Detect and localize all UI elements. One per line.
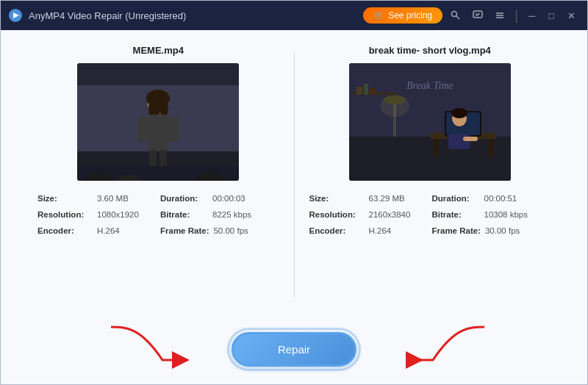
left-bitrate-value: 8225 kbps [212, 207, 251, 223]
close-button[interactable]: ✕ [563, 9, 580, 23]
svg-point-40 [451, 108, 467, 118]
left-framerate-label: Frame Rate: [160, 223, 209, 240]
svg-rect-33 [434, 139, 438, 157]
repair-button-container: Repair [232, 332, 356, 367]
left-video-filename: MEME.mp4 [133, 45, 184, 56]
title-bar-controls: 🛒 See pricing | ─ □ ✕ [363, 7, 580, 24]
svg-point-2 [452, 12, 457, 17]
right-encoder-value: H.264 [369, 223, 428, 240]
right-duration-label: Duration: [432, 191, 480, 207]
left-framerate-value: 50.00 fps [213, 223, 248, 240]
left-resolution-row: Resolution: 1080x1920 Bitrate: 8225 kbps [37, 207, 279, 223]
right-video-panel: break time- short vlog.mp4 Break Time [295, 45, 566, 305]
left-arrow-icon [96, 320, 199, 375]
right-size-value: 63.29 MB [369, 191, 428, 207]
left-size-row: Size: 3.60 MB Duration: 00:00:03 [37, 191, 279, 207]
right-encoder-row: Encoder: H.264 Frame Rate: 30.00 fps [309, 223, 551, 240]
right-video-info: Size: 63.29 MB Duration: 00:00:51 Resolu… [309, 191, 551, 240]
right-video-filename: break time- short vlog.mp4 [369, 45, 491, 56]
main-content: MEME.mp4 [1, 30, 587, 385]
left-size-value: 3.60 MB [97, 191, 156, 207]
svg-rect-20 [168, 116, 179, 142]
right-thumbnail-svg: Break Time [349, 63, 511, 181]
left-duration-label: Duration: [160, 191, 208, 207]
title-bar-left: AnyMP4 Video Repair (Unregistered) [8, 8, 186, 23]
app-logo-icon [8, 8, 23, 23]
svg-rect-29 [349, 63, 511, 137]
right-resolution-label: Resolution: [309, 207, 365, 223]
svg-line-3 [456, 16, 460, 20]
left-duration-value: 00:00:03 [212, 191, 245, 207]
svg-rect-48 [364, 84, 368, 95]
svg-rect-19 [137, 116, 148, 142]
repair-button[interactable]: Repair [232, 332, 356, 367]
left-resolution-label: Resolution: [37, 207, 93, 223]
app-title: AnyMP4 Video Repair (Unregistered) [29, 10, 186, 21]
bottom-area: Repair [1, 312, 587, 385]
right-size-row: Size: 63.29 MB Duration: 00:00:51 [309, 191, 551, 207]
title-sep: | [514, 8, 518, 24]
menu-icon-button[interactable] [491, 9, 509, 22]
right-framerate-value: 30.00 fps [485, 223, 520, 240]
pricing-button[interactable]: 🛒 See pricing [363, 7, 442, 24]
left-video-thumbnail [77, 63, 239, 181]
maximize-button[interactable]: □ [544, 9, 559, 23]
panels-area: MEME.mp4 [1, 30, 587, 312]
chat-icon-button[interactable] [469, 9, 487, 22]
svg-point-45 [380, 95, 409, 117]
right-size-label: Size: [309, 191, 365, 207]
svg-rect-18 [148, 115, 168, 151]
right-framerate-label: Frame Rate: [432, 223, 481, 240]
left-resolution-value: 1080x1920 [97, 207, 156, 223]
pricing-label: See pricing [388, 10, 432, 21]
svg-rect-42 [463, 137, 478, 141]
right-bitrate-value: 10308 kbps [484, 207, 528, 223]
left-thumbnail-svg [77, 63, 239, 181]
minimize-button[interactable]: ─ [524, 9, 539, 23]
left-video-panel: MEME.mp4 [23, 45, 294, 305]
left-bitrate-label: Bitrate: [160, 207, 208, 223]
svg-rect-34 [489, 139, 493, 157]
svg-rect-49 [370, 88, 376, 95]
right-arrow-icon [396, 320, 499, 375]
title-bar: AnyMP4 Video Repair (Unregistered) 🛒 See… [1, 1, 587, 30]
cart-icon: 🛒 [373, 10, 384, 21]
svg-rect-30 [349, 137, 511, 181]
right-encoder-label: Encoder: [309, 223, 365, 240]
left-encoder-row: Encoder: H.264 Frame Rate: 50.00 fps [37, 223, 279, 240]
left-encoder-value: H.264 [97, 223, 156, 240]
repair-button-label: Repair [278, 343, 310, 356]
svg-rect-47 [356, 87, 362, 95]
right-bitrate-label: Bitrate: [432, 207, 480, 223]
left-encoder-label: Encoder: [37, 223, 93, 240]
svg-text:Break Time: Break Time [406, 80, 453, 91]
right-resolution-value: 2160x3840 [369, 207, 428, 223]
key-icon-button[interactable] [447, 9, 465, 22]
left-video-info: Size: 3.60 MB Duration: 00:00:03 Resolut… [37, 191, 279, 240]
right-resolution-row: Resolution: 2160x3840 Bitrate: 10308 kbp… [309, 207, 551, 223]
right-video-thumbnail: Break Time [349, 63, 511, 181]
left-size-label: Size: [37, 191, 93, 207]
right-duration-value: 00:00:51 [484, 191, 517, 207]
svg-rect-13 [77, 63, 239, 85]
